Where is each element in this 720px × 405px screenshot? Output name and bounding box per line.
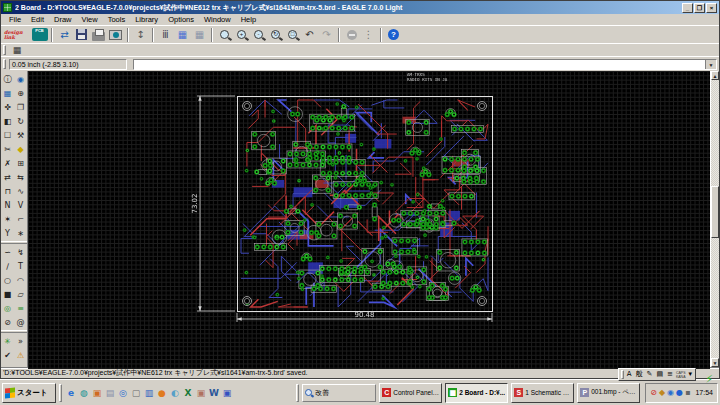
task-button[interactable]: S1 Schematic - D... [511,383,574,403]
taskbar-clock[interactable]: 17:54 [695,389,713,396]
zoom-fit-button[interactable] [216,27,233,43]
zoom-select-button[interactable]: □ [284,27,301,43]
security-shield-icon[interactable]: ◆ [659,388,665,398]
ime-menu-icon[interactable]: ≡ [666,369,674,380]
replace-tool[interactable]: ⇆ [14,170,27,184]
show-desktop-icon[interactable]: ▢ [130,386,142,400]
polygon-tool[interactable]: ▱ [14,287,27,301]
scrollbar-track[interactable] [711,80,719,358]
board-editor-canvas[interactable] [28,71,710,367]
menu-library[interactable]: Library [130,14,163,25]
show-tool[interactable]: ◉ [14,72,27,86]
via-tool[interactable]: ◎ [1,301,14,315]
firefox-icon[interactable]: ● [156,386,168,400]
menu-view[interactable]: View [77,14,103,25]
msn-icon[interactable]: ◍ [78,386,90,400]
copy-tool[interactable]: ❐ [14,100,27,114]
run-ulp-button[interactable]: ▦ [174,27,191,43]
redo-button[interactable]: ↷ [318,27,335,43]
meander-tool[interactable]: ∿ [14,184,27,198]
display-monitor-icon[interactable]: ▥ [143,386,155,400]
minimize-button[interactable]: _ [682,3,693,13]
stop-command-button[interactable] [343,27,360,43]
info-tool[interactable]: ⓘ [1,72,14,86]
signal-tool[interactable]: ≡ [14,301,27,315]
media-player-icon[interactable]: ◐ [169,386,181,400]
scroll-down-button[interactable]: ▼ [711,358,719,367]
design-link-button[interactable]: designlink [3,27,31,43]
task-button[interactable]: ▦2 Board - D:¥... [445,383,508,403]
errors-tool[interactable]: ⚠ [14,348,27,362]
pcb-board-drawing[interactable] [28,71,710,369]
route-tool[interactable]: ∽ [1,245,14,259]
group-tool[interactable]: ☐ [1,128,14,142]
move-tool[interactable]: ✜ [1,100,14,114]
smash-tool[interactable]: ✶ [1,212,14,226]
add-tool[interactable]: ⊞ [14,156,27,170]
internet-explorer-icon[interactable]: e [65,386,77,400]
volume-muted-icon[interactable]: ⊘ [650,388,657,398]
ime-language-bar[interactable]: A 般 ✎ ▤ ≡ CAPSKANA ▾ [618,368,696,381]
hole-tool[interactable]: ⊘ [1,315,14,329]
ime-drag-handle[interactable] [621,370,624,379]
ime-conversion-mode-button[interactable]: 般 [635,369,644,380]
excel-icon[interactable]: X [182,386,194,400]
pcb-quote-button[interactable]: PCB [31,27,48,43]
menu-edit[interactable]: Edit [26,14,49,25]
save-button[interactable] [73,27,90,43]
text-tool[interactable]: T [14,259,27,273]
cam-processor-button[interactable] [107,27,124,43]
value-tool[interactable]: V [14,198,27,212]
menu-file[interactable]: File [4,14,26,25]
cut-tool[interactable]: ✂ [1,142,14,156]
image-viewer-icon[interactable]: ▣ [195,386,207,400]
ripup-tool[interactable]: ↯ [14,245,27,259]
split-tool[interactable]: Y [1,226,14,240]
rect-tool[interactable]: ■ [1,287,14,301]
taskbar-handle[interactable] [59,384,62,402]
close-button[interactable]: × [706,3,717,13]
updater-icon[interactable]: ◉ [667,388,674,398]
undo-button[interactable]: ↶ [301,27,318,43]
zoom-out-button[interactable]: - [250,27,267,43]
restore-button[interactable]: ❐ [694,3,705,13]
ime-minimize-button[interactable]: ▾ [687,369,693,380]
go-command-button[interactable]: ⋮ [360,27,377,43]
menu-draw[interactable]: Draw [49,14,77,25]
command-input[interactable] [134,60,705,69]
zoom-in-button[interactable]: + [233,27,250,43]
mail-icon[interactable]: ▤ [104,386,116,400]
print-button[interactable] [90,27,107,43]
mirror-tool[interactable]: ◧ [1,114,14,128]
toolbar-handle[interactable] [3,45,6,55]
media-orange-icon[interactable]: ▣ [91,386,103,400]
ime-pad-icon[interactable]: ▤ [655,369,664,380]
miter-tool[interactable]: ⌐ [14,212,27,226]
pinswap-tool[interactable]: ⇄ [1,170,14,184]
ratsnest-tool[interactable]: ✳ [1,334,14,348]
word-icon[interactable]: W [208,386,220,400]
help-button[interactable]: ? [385,27,402,43]
ime-pen-icon[interactable]: ✎ [646,369,654,380]
device-icon[interactable]: ▪ [685,388,690,398]
design-rules-button[interactable]: ↕ [132,27,149,43]
task-button[interactable]: P001.bmp - ペイント [577,383,640,403]
mark-tool[interactable]: ⊕ [14,86,27,100]
lock-tool[interactable]: ⊓ [1,184,14,198]
paste-tool[interactable]: ◆ [14,142,27,156]
menu-tools[interactable]: Tools [103,14,131,25]
toolbar-handle[interactable] [3,59,6,69]
scrollbar-thumb[interactable] [711,186,719,238]
autorouter-tool[interactable]: » [14,334,27,348]
messenger-icon[interactable]: ● [676,388,683,398]
change-tool[interactable]: ⚒ [14,128,27,142]
start-button[interactable]: スタート [2,383,56,403]
vertical-scrollbar[interactable]: ▲ ▼ [710,71,719,367]
app-blue-icon[interactable]: ▣ [221,386,233,400]
name-tool[interactable]: N [1,198,14,212]
delete-tool[interactable]: ✗ [1,156,14,170]
circle-tool[interactable]: ○ [1,273,14,287]
browser-blue-icon[interactable]: ◎ [117,386,129,400]
menu-help[interactable]: Help [236,14,261,25]
menu-options[interactable]: Options [163,14,199,25]
